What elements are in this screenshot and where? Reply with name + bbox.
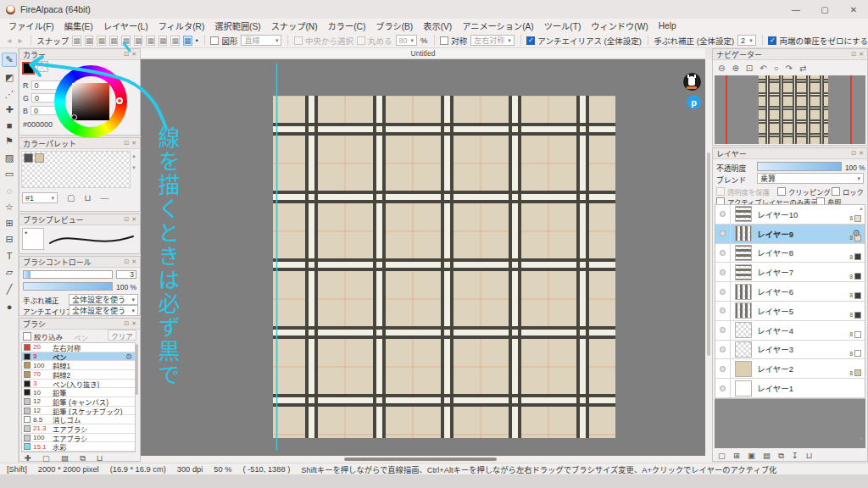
snap-off-icon[interactable]: ▦ [72,36,81,46]
operation-tool-icon[interactable]: ▱ [2,265,17,280]
palmie-badge[interactable]: p [687,95,701,109]
layer-row[interactable]: レイヤー28 [715,359,865,379]
eraser-tool-icon[interactable]: ◩ [2,70,17,85]
layer-row[interactable]: レイヤー38 [715,341,865,360]
palette-scroll-down-icon[interactable]: ▼ [131,165,136,170]
antialias-checkbox[interactable]: アンチエイリアス (全体設定) [526,35,642,47]
shape-checkbox[interactable]: 図形 [210,35,237,47]
layer-visibility-toggle[interactable] [720,366,726,372]
hue-marker[interactable] [116,97,123,104]
layer-merge-down-icon[interactable]: ↧ [792,451,798,460]
close-icon[interactable]: ✕ [131,320,136,327]
vscrollbar-thumb[interactable] [707,152,710,356]
snap-lattice-icon[interactable]: ▦ [183,36,192,46]
snap-ellipse-icon[interactable]: ▦ [159,36,168,46]
stabilize-mode-select[interactable]: 全体設定を使う▾ [69,294,138,305]
dock-icon[interactable]: ⊡ [124,216,129,223]
layer-visibility-toggle[interactable] [720,250,726,256]
select-rect-tool-icon[interactable]: ▭ [2,167,17,181]
layer-row-selected[interactable]: レイヤー98⚙ [715,225,865,244]
hscrollbar-thumb[interactable] [344,458,497,461]
brush-settings-gear-icon[interactable]: ⚙ [125,352,132,361]
dock-icon[interactable]: ⊡ [851,51,856,58]
document-tab[interactable]: Untitled [411,49,436,58]
layer-visibility-toggle[interactable] [720,269,726,275]
layer-delete-icon[interactable]: ⊔ [806,451,812,460]
dot-pen-tool-icon[interactable]: ⋰ [2,87,17,102]
palette-swatch-2[interactable] [35,153,44,163]
layer-visibility-toggle[interactable] [720,385,726,391]
layer-settings-gear-icon[interactable]: ⚙ [852,228,860,239]
menu-animation[interactable]: アニメーション(A) [457,19,538,32]
snap-grid-icon[interactable]: ▦ [170,36,180,46]
brush-item[interactable]: 20左右対称 [22,343,135,352]
eyedropper-tool-icon[interactable]: ╱ [2,282,17,297]
rotate-right-icon[interactable]: ↷ [786,64,793,73]
layer-scroll-down-icon[interactable]: ▼ [859,436,864,441]
palette-scroll-up-icon[interactable]: ▲ [131,153,136,158]
dock-icon[interactable]: ⊡ [124,51,129,58]
dock-icon[interactable]: ⊡ [124,258,129,265]
protect-alpha-checkbox[interactable]: 透明度を保護 [716,186,770,197]
select-pen-tool-icon[interactable]: ⊞ [2,216,17,230]
snap-cross-icon[interactable]: ▦ [97,36,106,46]
snap-curve-icon[interactable]: ▦ [146,36,155,46]
reset-rotation-icon[interactable]: ○ [774,64,779,73]
layer-visibility-toggle[interactable] [720,211,726,217]
bucket-tool-icon[interactable]: ⚑ [2,134,17,148]
brush-item[interactable]: 3ペン(入り抜き) [22,380,135,389]
menu-tool[interactable]: ツール(T) [539,19,587,32]
snap-circle-icon[interactable]: ▦ [134,36,143,46]
layer-visibility-toggle[interactable] [720,327,726,333]
palette-grid[interactable] [21,151,131,188]
layer-row[interactable]: レイヤー58 [715,302,865,321]
brush-filter-clear-button[interactable]: クリア [108,330,136,341]
layer-row[interactable]: レイヤー48 [715,321,865,341]
undo-icon[interactable]: ◂ [5,35,13,47]
snap-vanish-icon[interactable]: ▦ [109,36,119,46]
fit-view-icon[interactable]: ⊡ [746,64,753,73]
brush-filter-checkbox[interactable]: 絞り込み [23,331,63,341]
layer-row[interactable]: レイヤー108 [715,205,865,225]
magic-wand-tool-icon[interactable]: ☆ [2,200,17,214]
brush-opacity-slider[interactable] [23,282,113,291]
dock-icon[interactable]: ⊡ [851,150,856,157]
layer-visibility-toggle[interactable] [720,230,726,236]
menu-filter[interactable]: フィルタ(R) [153,19,210,32]
menu-color[interactable]: カラー(C) [323,19,371,32]
menu-file[interactable]: ファイル(F) [3,19,59,32]
menu-edit[interactable]: 編集(E) [59,19,98,32]
symmetry-checkbox[interactable]: 対称 [440,35,467,47]
symmetry-select[interactable]: 左右対称▾ [470,35,515,46]
layer-new-1bit-icon[interactable]: ▣ [748,451,755,460]
palette-swatch-1[interactable] [24,153,33,163]
snap-more-dot[interactable]: • [196,36,198,45]
fill-tool-icon[interactable]: ■ [2,118,17,132]
text-tool-icon[interactable]: T [2,248,17,263]
end-pressure-checkbox[interactable]: 両端の筆圧をゼロにする [768,35,868,47]
pen-tool-icon[interactable]: ✎ [2,53,17,67]
foreground-color-swatch[interactable] [22,62,35,75]
brush-item[interactable]: 15.1水彩 [22,442,135,452]
layer-visibility-toggle[interactable] [720,347,726,352]
blend-mode-select[interactable]: 乗算▾ [757,173,864,184]
menu-window[interactable]: ウィンドウ(W) [586,19,653,32]
layer-new-8bit-icon[interactable]: ⊞ [733,451,740,460]
round-checkbox[interactable]: 丸める [357,35,392,47]
menu-snap[interactable]: スナップ(N) [266,19,323,32]
flip-view-icon[interactable]: ⇄ [799,64,806,73]
layer-row[interactable]: レイヤー88 [715,244,865,263]
brush-size-value[interactable]: 3 [116,270,136,279]
alpaca-avatar[interactable] [683,73,701,91]
select-eraser-tool-icon[interactable]: ⊟ [2,232,17,247]
close-icon[interactable]: ✕ [131,258,136,265]
canvas-document[interactable] [273,96,615,438]
minimize-button[interactable]: — [782,0,810,19]
dock-icon[interactable]: ⊡ [124,320,129,327]
zoom-in-icon[interactable]: ⊕ [732,64,738,73]
canvas-hscrollbar[interactable] [141,456,705,463]
snap-parallel-icon[interactable]: ▦ [85,36,94,46]
from-center-checkbox[interactable]: 中央から選択 [294,35,353,47]
layer-visibility-toggle[interactable] [720,289,726,295]
navigator-thumbnail[interactable] [715,75,865,144]
